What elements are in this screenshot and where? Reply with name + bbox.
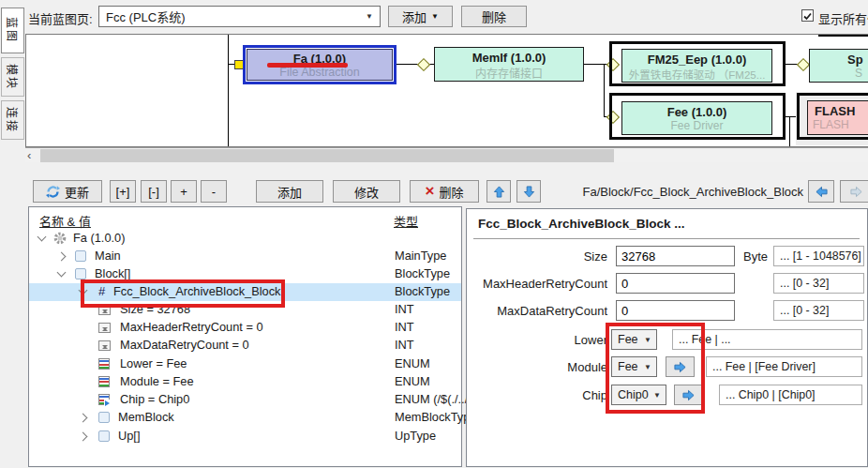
node-icon [98,412,110,423]
nav-forward-button[interactable] [840,180,868,203]
tree-type-header[interactable]: 类型 [394,212,418,230]
tree-row-type: MemBlockType [395,410,476,424]
block-flash[interactable]: FLASH FLASH [807,100,868,135]
maxdata-input[interactable] [616,300,735,321]
add-block-label: 添加 [402,8,427,25]
tree-row-label: Fa (1.0.0) [73,231,125,245]
refresh-icon [46,185,60,199]
check-icon [802,11,813,22]
tree-row-up[interactable]: Up[] UpType [29,428,461,445]
connector-line [228,35,229,147]
chevron-down-icon[interactable] [57,268,67,278]
tree-row-main[interactable]: Main MainType [29,248,461,265]
zoom-in-button[interactable]: + [171,180,197,203]
properties-divider [473,238,860,239]
tree-name-header[interactable]: 名称 & 值 [39,212,91,230]
chip-label: Chip [469,388,607,402]
scroll-left-icon[interactable]: ‹ [27,148,31,162]
chevron-right-icon[interactable] [79,414,88,423]
move-down-button[interactable] [516,180,541,203]
chevron-down-icon[interactable] [37,233,47,242]
blueprint-canvas[interactable]: Fa (1.0.0) File Abstraction MemIf (1.0.0… [25,34,868,147]
module-range-box: ... Fee | [Fee Driver] [706,356,862,377]
tree-delete-button[interactable]: × 删除 [410,180,479,203]
block-memif[interactable]: MemIf (1.0.0) 内存存储接口 [434,47,584,82]
tab-blueprint[interactable]: 蓝图 [1,8,24,53]
current-blueprint-label: 当前蓝图页: [28,9,93,27]
block-fm25-subtitle: 外置铁电存储驱动 （FM25... [622,67,771,82]
size-range-box: ... [1 - 1048576] [773,246,864,266]
spinner-icon [98,340,111,351]
canvas-hscrollbar[interactable]: ‹ [25,147,868,162]
tree-row-maxdataretrycount[interactable]: MaxDataRetryCount = 0 INT [29,337,461,355]
tree-row-label: Block[] [95,266,130,280]
properties-title: Fcc_Block_ArchiveBlock_Block ... [478,217,685,231]
expand-all-button[interactable]: [+] [110,180,136,203]
tree-row-label: Lower = Fee [120,356,187,370]
tree-row-label: Up[] [118,429,140,443]
tree-row-fa[interactable]: Fa (1.0.0) [29,230,461,248]
block-sp-title: Sp [810,53,868,67]
block-fee[interactable]: Fee (1.0.0) Fee Driver [621,101,772,135]
nav-back-button[interactable] [808,180,834,203]
block-memif-subtitle: 内存存储接口 [435,65,583,81]
enum-icon [98,376,110,387]
delete-block-label: 删除 [482,8,506,25]
scrollbar-thumb[interactable] [40,149,614,162]
maxheader-label: MaxHeaderRetryCount [469,277,607,291]
tree-row-type: BlockType [395,266,450,280]
tree-row-type: BlockType [395,284,450,298]
tab-module[interactable]: 模块 [1,57,24,97]
bracket-edge [818,35,868,37]
tree-row-label: Module = Fee [120,374,194,388]
connector-diamond[interactable] [797,58,810,71]
move-up-button[interactable] [486,180,511,203]
update-button[interactable]: 更新 [33,180,102,203]
blueprint-page-select-value: Fcc (PLC系统) [106,8,186,25]
size-input[interactable] [616,246,735,266]
gear-icon [53,232,67,245]
block-sp-subtitle: S [810,67,868,80]
tree-row-label: Chip = Chip0 [120,392,189,406]
blueprint-page-select[interactable]: Fcc (PLC系统) ▼ [98,6,381,27]
chevron-right-icon[interactable] [79,432,88,442]
block-flash-title: FLASH [808,104,868,118]
chevron-down-icon: ▼ [366,12,373,21]
block-fa-subtitle: File Abstraction [247,66,392,79]
arrow-down-icon [523,186,535,198]
zoom-out-button[interactable]: - [201,180,227,203]
tree-row-module[interactable]: Module = Fee ENUM [29,373,461,391]
show-all-checkbox[interactable] [801,9,814,22]
block-fm25-title: FM25_Eep (1.0.0) [622,53,771,67]
tree-row-type: UpType [395,429,436,443]
delete-x-icon: × [426,187,435,196]
tab-connection[interactable]: 连接 [1,100,24,140]
tree-row-memblock[interactable]: MemBlock MemBlockType [29,409,461,427]
collapse-all-button[interactable]: [-] [141,180,167,203]
tree-row-label: MemBlock [118,410,174,424]
update-label: 更新 [65,183,89,201]
app-window: 蓝图 模块 连接 当前蓝图页: Fcc (PLC系统) ▼ 添加 ▼ 删除 显示… [0,0,868,468]
red-annotation-box-properties [606,323,705,414]
node-icon [75,268,86,279]
tree-add-button[interactable]: 添加 [256,180,323,203]
tree-row-type: INT [395,338,414,352]
tree-row-chip[interactable]: Chip = Chip0 ENUM (/$(./../Mo [29,391,461,409]
maxheader-input[interactable] [616,273,735,294]
chevron-right-icon[interactable] [57,252,67,262]
block-sp[interactable]: Sp S [809,49,868,83]
block-fm25[interactable]: FM25_Eep (1.0.0) 外置铁电存储驱动 （FM25... [621,49,772,83]
chip-range-box: ... Chip0 | [Chip0] [719,385,862,405]
arrow-up-icon [493,186,505,198]
lower-label: Lower [469,333,607,347]
tree-row-maxheaderretrycount[interactable]: MaxHeaderRetryCount = 0 INT [29,319,461,337]
tree-modify-button[interactable]: 修改 [333,180,400,203]
delete-block-button[interactable]: 删除 [461,6,527,27]
size-label: Size [469,249,607,264]
add-block-button[interactable]: 添加 ▼ [388,6,453,27]
show-all-label: 显示所有值 [818,9,868,27]
tree-row-label: MaxHeaderRetryCount = 0 [120,320,263,334]
tree-row-lower[interactable]: Lower = Fee ENUM [29,355,461,373]
block-flash-subtitle: FLASH [808,118,868,131]
connector-diamond[interactable] [417,58,430,71]
